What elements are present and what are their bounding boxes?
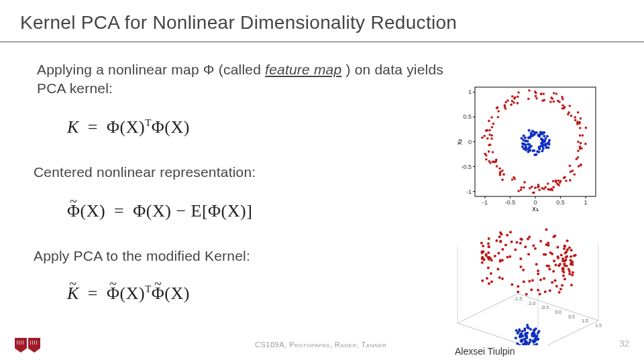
- svg-point-363: [570, 284, 573, 286]
- svg-point-36: [490, 137, 493, 140]
- svg-point-72: [496, 107, 499, 109]
- svg-point-124: [577, 141, 580, 143]
- svg-point-81: [579, 134, 582, 137]
- svg-point-114: [531, 186, 533, 188]
- eq3-x1: (X): [120, 284, 146, 303]
- svg-point-185: [546, 135, 549, 137]
- equation-centered: ~Φ(X) = Φ(X) − E[Φ(X)]: [67, 201, 252, 221]
- svg-point-167: [561, 96, 564, 99]
- svg-point-331: [524, 245, 527, 248]
- svg-point-515: [537, 338, 539, 341]
- svg-point-162: [544, 186, 547, 189]
- svg-text:-1: -1: [482, 199, 488, 206]
- svg-point-122: [485, 158, 488, 161]
- svg-point-39: [502, 173, 505, 176]
- svg-point-222: [533, 154, 536, 156]
- svg-point-150: [580, 117, 582, 120]
- svg-text:x₁: x₁: [533, 205, 539, 213]
- svg-point-486: [537, 332, 539, 335]
- svg-point-173: [544, 137, 547, 140]
- svg-point-425: [519, 237, 522, 240]
- svg-point-293: [519, 257, 522, 260]
- eq2-phi: Φ: [133, 201, 146, 221]
- svg-point-509: [533, 328, 536, 331]
- svg-point-499: [523, 329, 526, 332]
- svg-point-165: [504, 106, 506, 109]
- svg-point-79: [517, 102, 519, 105]
- svg-point-490: [533, 332, 535, 335]
- intro-prefix: Applying a nonlinear map Φ (called: [37, 62, 265, 77]
- svg-point-423: [517, 285, 519, 288]
- svg-point-110: [538, 188, 541, 191]
- svg-point-375: [487, 243, 490, 245]
- page-number: 32: [620, 339, 629, 349]
- svg-point-159: [557, 184, 560, 186]
- svg-point-163: [484, 153, 486, 156]
- svg-text:1: 1: [468, 88, 472, 95]
- svg-point-257: [529, 136, 531, 139]
- svg-point-297: [539, 240, 542, 243]
- eq1-k: K: [67, 117, 79, 137]
- svg-point-385: [560, 253, 563, 256]
- svg-point-74: [557, 179, 559, 182]
- svg-point-435: [535, 343, 538, 345]
- svg-point-417: [530, 288, 533, 291]
- svg-point-85: [537, 184, 540, 186]
- svg-point-384: [481, 257, 484, 260]
- svg-point-133: [576, 158, 578, 161]
- intro-suffix: ) on data yields: [341, 62, 443, 77]
- svg-point-111: [553, 92, 555, 95]
- svg-point-345: [545, 264, 548, 267]
- svg-point-399: [488, 258, 490, 261]
- svg-point-323: [494, 255, 496, 257]
- equation-kernel: K = Φ(X)TΦ(X): [67, 117, 190, 137]
- svg-line-264: [538, 320, 598, 345]
- svg-point-383: [481, 261, 484, 264]
- svg-point-516: [534, 338, 537, 341]
- svg-point-115: [529, 187, 531, 190]
- svg-point-338: [515, 241, 518, 243]
- svg-point-140: [547, 182, 549, 185]
- intro-line-2: PCA kernel:: [37, 80, 113, 97]
- figure-2d-scatter: -1-0.500.51-1-0.500.51x₁x₂: [455, 82, 602, 213]
- svg-point-51: [552, 180, 555, 183]
- svg-point-101: [488, 150, 490, 153]
- svg-point-238: [528, 143, 531, 146]
- svg-point-155: [580, 164, 582, 166]
- svg-point-388: [570, 255, 572, 258]
- svg-point-378: [499, 240, 502, 243]
- svg-point-144: [557, 100, 559, 103]
- scatter-3d-svg: -1.5-1.0-0.50.00.51.01.5: [431, 218, 625, 345]
- svg-point-310: [501, 248, 504, 251]
- svg-point-414: [490, 280, 493, 283]
- svg-point-92: [577, 149, 580, 152]
- svg-point-251: [527, 150, 530, 153]
- svg-point-250: [536, 150, 539, 153]
- svg-point-109: [496, 165, 498, 168]
- eq2-eq: =: [114, 201, 124, 221]
- svg-point-309: [555, 285, 558, 288]
- eq1-eq: =: [88, 117, 98, 137]
- svg-point-121: [499, 170, 502, 173]
- svg-point-169: [504, 101, 507, 104]
- svg-point-411: [561, 259, 564, 262]
- svg-text:1: 1: [584, 199, 587, 206]
- svg-text:-0.5: -0.5: [461, 164, 472, 170]
- svg-point-392: [525, 293, 528, 296]
- svg-point-253: [543, 131, 545, 134]
- svg-point-352: [564, 278, 566, 280]
- slide-title: Kernel PCA for Nonlinear Dimensionality …: [20, 12, 457, 34]
- svg-point-361: [482, 250, 484, 253]
- svg-point-391: [562, 271, 565, 274]
- svg-point-213: [530, 132, 533, 135]
- svg-point-373: [501, 278, 504, 280]
- svg-point-319: [506, 234, 508, 237]
- svg-point-508: [520, 335, 523, 338]
- svg-point-397: [551, 281, 553, 284]
- svg-point-23: [574, 173, 576, 176]
- svg-text:-1: -1: [466, 188, 472, 195]
- svg-point-502: [523, 339, 526, 341]
- svg-point-158: [523, 181, 526, 184]
- svg-point-131: [510, 103, 513, 106]
- svg-point-407: [488, 282, 490, 285]
